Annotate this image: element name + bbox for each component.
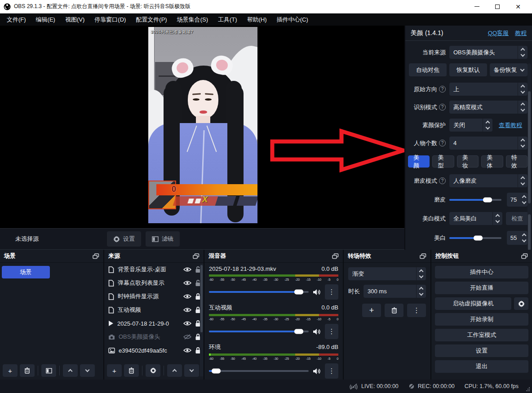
studio-mode-button[interactable]: 工作室模式 bbox=[435, 329, 528, 341]
source-down-button[interactable] bbox=[184, 364, 199, 377]
menu-plugin-center[interactable]: 插件中心(C) bbox=[272, 13, 313, 26]
source-row[interactable]: OBS美颜摄像头 bbox=[104, 330, 204, 344]
start-virtual-camera-button[interactable]: 启动虚拟摄像机 bbox=[435, 297, 511, 310]
beauty-scrollbar[interactable] bbox=[528, 63, 531, 250]
popout-icon[interactable] bbox=[521, 253, 528, 259]
start-streaming-button[interactable]: 开始直播 bbox=[435, 282, 528, 294]
menu-file[interactable]: 文件(F) bbox=[2, 13, 31, 26]
whiten-spinbox[interactable]: 55 bbox=[507, 231, 528, 245]
volume-slider[interactable] bbox=[209, 331, 309, 332]
start-recording-button[interactable]: 开始录制 bbox=[435, 313, 528, 326]
menu-profile[interactable]: 配置文件(P) bbox=[131, 13, 172, 26]
menu-view[interactable]: 视图(V) bbox=[60, 13, 89, 26]
tab-effects[interactable]: 特效 bbox=[506, 155, 528, 168]
eye-icon[interactable] bbox=[183, 280, 191, 286]
close-button[interactable]: ✕ bbox=[508, 0, 528, 13]
channel-menu-button[interactable]: ⋮ bbox=[325, 363, 338, 379]
person-count-spinner[interactable]: 4 bbox=[449, 137, 528, 150]
scene-down-button[interactable] bbox=[80, 364, 95, 377]
source-row[interactable]: e394502df49aa5fc bbox=[104, 344, 204, 357]
source-row[interactable]: 互动视频 bbox=[104, 303, 204, 317]
eye-icon[interactable] bbox=[183, 321, 191, 326]
remove-scene-button[interactable] bbox=[20, 364, 35, 377]
sources-scrollbar[interactable] bbox=[200, 264, 203, 376]
whiten-slider[interactable] bbox=[449, 237, 501, 239]
speaker-icon[interactable] bbox=[313, 368, 321, 375]
transition-menu-button[interactable]: ⋮ bbox=[407, 304, 426, 317]
source-row[interactable]: 弹幕点歌列表显示 bbox=[104, 276, 204, 290]
autofocus-button[interactable]: 自动对焦 bbox=[409, 63, 447, 76]
slider-handle[interactable] bbox=[483, 197, 492, 202]
menu-docks[interactable]: 停靠窗口(D) bbox=[89, 13, 131, 26]
add-source-button[interactable]: + bbox=[107, 364, 122, 377]
qq-support-link[interactable]: QQ客服 bbox=[488, 29, 509, 37]
resize-grip[interactable] bbox=[526, 387, 530, 391]
restore-default-button[interactable]: 恢复默认 bbox=[449, 63, 487, 76]
minimize-button[interactable] bbox=[466, 0, 487, 13]
source-row[interactable]: 时钟插件显示源 bbox=[104, 290, 204, 303]
popout-icon[interactable] bbox=[332, 253, 339, 259]
popout-icon[interactable] bbox=[93, 253, 99, 259]
virtual-camera-settings-button[interactable] bbox=[514, 297, 528, 310]
menu-help[interactable]: 帮助(H) bbox=[242, 13, 272, 26]
plugin-center-button[interactable]: 插件中心 bbox=[435, 266, 528, 278]
help-icon[interactable]: ? bbox=[439, 104, 446, 110]
volume-slider[interactable] bbox=[209, 291, 309, 293]
makeup-protect-select[interactable]: 关闭 bbox=[449, 119, 492, 132]
tab-beauty[interactable]: 美颜 bbox=[408, 155, 430, 168]
whiten-mode-select[interactable]: 全局美白 bbox=[449, 212, 502, 225]
tab-reshape[interactable]: 美型 bbox=[432, 155, 454, 168]
smooth-mode-select[interactable]: 人像磨皮 bbox=[449, 174, 528, 187]
remove-source-button[interactable] bbox=[124, 364, 139, 377]
help-icon[interactable]: ? bbox=[439, 86, 446, 93]
tab-makeup[interactable]: 美妆 bbox=[457, 155, 479, 168]
popout-icon[interactable] bbox=[420, 253, 426, 259]
maximize-button[interactable] bbox=[487, 0, 508, 13]
eye-icon[interactable] bbox=[183, 267, 191, 272]
slider-handle[interactable] bbox=[212, 369, 221, 374]
speaker-icon[interactable] bbox=[313, 289, 321, 296]
remove-transition-button[interactable] bbox=[385, 304, 403, 317]
source-properties-gear-button[interactable] bbox=[146, 364, 160, 377]
smooth-spinbox[interactable]: 75 bbox=[507, 193, 528, 207]
source-up-button[interactable] bbox=[167, 364, 182, 377]
settings-button[interactable]: 设置 bbox=[435, 344, 528, 357]
eye-slash-icon[interactable] bbox=[183, 334, 191, 340]
menu-tools[interactable]: 工具(T) bbox=[213, 13, 242, 26]
backup-restore-button[interactable]: 备份恢复 bbox=[490, 63, 528, 76]
source-row[interactable]: 背景音乐显示-桌面 bbox=[104, 263, 204, 276]
volume-slider[interactable] bbox=[209, 370, 309, 372]
slider-handle[interactable] bbox=[294, 329, 303, 334]
channel-menu-button[interactable]: ⋮ bbox=[325, 324, 338, 339]
menu-edit[interactable]: 编辑(E) bbox=[31, 13, 60, 26]
source-properties-button[interactable]: 设置 bbox=[107, 231, 141, 247]
check-button[interactable]: 检查 bbox=[506, 212, 528, 225]
orientation-select[interactable]: 上 bbox=[449, 83, 528, 96]
tutorial-link[interactable]: 教程 bbox=[515, 29, 527, 37]
transition-select[interactable]: 渐变 bbox=[348, 267, 426, 280]
view-tutorial-link[interactable]: 查看教程 bbox=[499, 121, 522, 129]
help-icon[interactable]: ? bbox=[439, 140, 446, 146]
duration-spinner[interactable]: 300 ms bbox=[364, 285, 426, 298]
speaker-icon[interactable] bbox=[313, 328, 321, 335]
slider-handle[interactable] bbox=[294, 290, 303, 295]
scene-up-button[interactable] bbox=[63, 364, 78, 377]
current-source-select[interactable]: OBS美颜摄像头 bbox=[449, 46, 528, 59]
help-icon[interactable]: ? bbox=[439, 177, 446, 184]
recognition-mode-select[interactable]: 高精度模式 bbox=[449, 101, 528, 114]
scene-filters-button[interactable] bbox=[41, 364, 56, 377]
eye-icon[interactable] bbox=[183, 307, 191, 313]
source-row[interactable]: 2025-07-18 21-29-0 bbox=[104, 317, 204, 330]
popout-icon[interactable] bbox=[193, 253, 200, 259]
scene-item[interactable]: 场景 bbox=[2, 266, 50, 278]
add-scene-button[interactable]: + bbox=[3, 364, 18, 377]
exit-button[interactable]: 退出 bbox=[435, 360, 528, 373]
eye-icon[interactable] bbox=[183, 348, 191, 353]
channel-menu-button[interactable]: ⋮ bbox=[325, 284, 338, 300]
tab-body[interactable]: 美体 bbox=[481, 155, 503, 168]
menu-scene-collection[interactable]: 场景集合(S) bbox=[172, 13, 213, 26]
eye-icon[interactable] bbox=[183, 294, 191, 299]
source-filters-button[interactable]: 滤镜 bbox=[146, 231, 180, 247]
add-transition-button[interactable]: + bbox=[362, 304, 381, 317]
smooth-slider[interactable] bbox=[449, 199, 501, 201]
